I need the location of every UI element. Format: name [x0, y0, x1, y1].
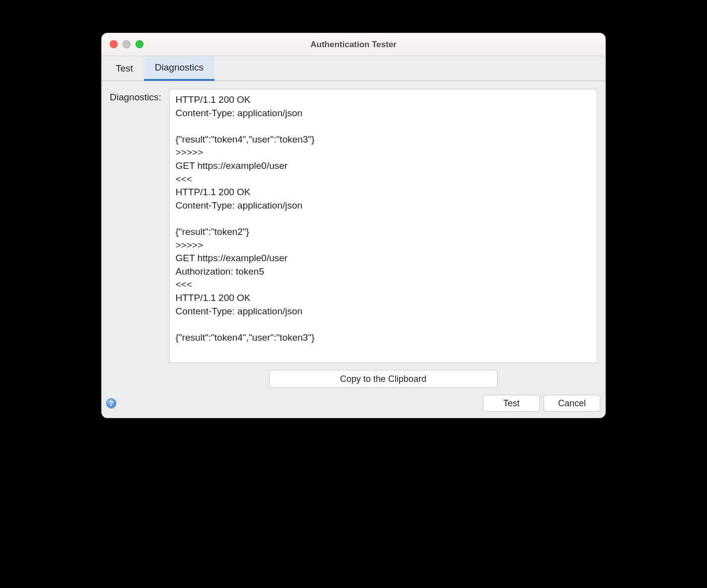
zoom-icon[interactable] [136, 40, 143, 48]
dialog-window: Authentication Tester Test Diagnostics D… [101, 33, 606, 418]
footer-buttons: Test Cancel [483, 395, 600, 412]
window-title: Authentication Tester [310, 40, 396, 50]
test-button[interactable]: Test [483, 395, 540, 412]
tab-bar: Test Diagnostics [102, 56, 605, 81]
window-controls [110, 40, 143, 48]
copy-to-clipboard-button[interactable]: Copy to the Clipboard [269, 370, 497, 388]
diagnostics-label: Diagnostics: [110, 89, 161, 388]
content-area: Diagnostics: Copy to the Clipboard [102, 81, 605, 392]
close-icon[interactable] [110, 40, 118, 48]
tab-test[interactable]: Test [105, 56, 144, 80]
diagnostics-panel: Copy to the Clipboard [169, 89, 598, 388]
help-icon[interactable]: ? [106, 398, 117, 409]
tab-diagnostics[interactable]: Diagnostics [144, 56, 214, 81]
diagnostics-output[interactable] [169, 89, 598, 363]
minimize-icon [123, 40, 131, 48]
cancel-button[interactable]: Cancel [544, 395, 600, 412]
titlebar: Authentication Tester [102, 33, 605, 56]
footer: ? Test Cancel [102, 392, 605, 418]
